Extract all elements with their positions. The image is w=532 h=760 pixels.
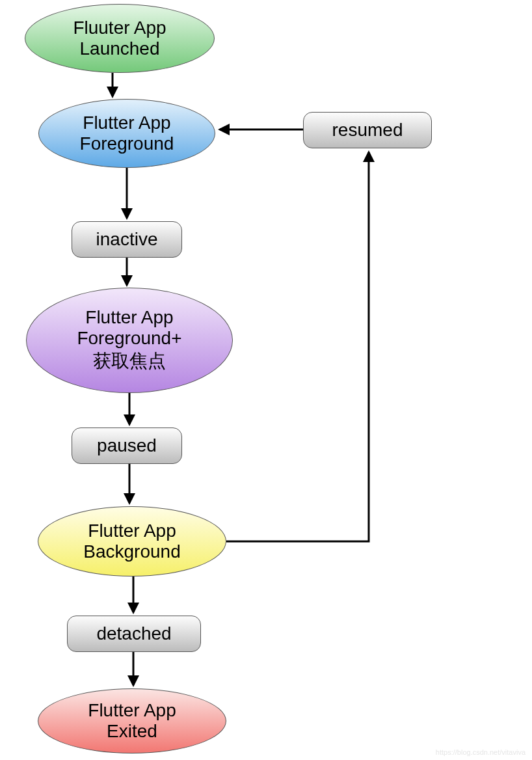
- node-launched: Fluuter App Launched: [25, 4, 215, 73]
- node-background: Flutter App Background: [38, 506, 226, 577]
- node-foreground: Flutter App Foreground: [38, 99, 215, 168]
- node-exited-line2: Exited: [107, 721, 157, 741]
- node-exited: Flutter App Exited: [38, 688, 226, 753]
- node-paused: paused: [72, 428, 182, 464]
- node-inactive: inactive: [72, 221, 182, 258]
- node-foreground-line2: Foreground: [80, 133, 174, 154]
- node-resumed-label: resumed: [332, 120, 403, 141]
- node-launched-line1: Fluuter App: [73, 18, 166, 38]
- node-foreground-focus-line1: Flutter App: [85, 307, 173, 327]
- node-background-line1: Flutter App: [88, 521, 176, 541]
- node-background-line2: Background: [83, 541, 180, 562]
- node-resumed: resumed: [303, 112, 432, 148]
- node-foreground-focus-line3: 获取焦点: [93, 351, 166, 371]
- node-detached: detached: [67, 616, 201, 652]
- node-foreground-focus-line2: Foreground+: [77, 328, 181, 348]
- node-foreground-focus: Flutter App Foreground+ 获取焦点: [26, 288, 233, 393]
- watermark: https://blog.csdn.net/vitaviva: [436, 748, 525, 756]
- node-foreground-line1: Flutter App: [83, 113, 170, 133]
- node-exited-line1: Flutter App: [88, 700, 176, 720]
- node-launched-line2: Launched: [79, 38, 159, 59]
- node-paused-label: paused: [97, 435, 157, 456]
- node-detached-label: detached: [96, 623, 171, 644]
- arrow-background-resumed: [226, 152, 369, 541]
- node-inactive-label: inactive: [96, 229, 158, 250]
